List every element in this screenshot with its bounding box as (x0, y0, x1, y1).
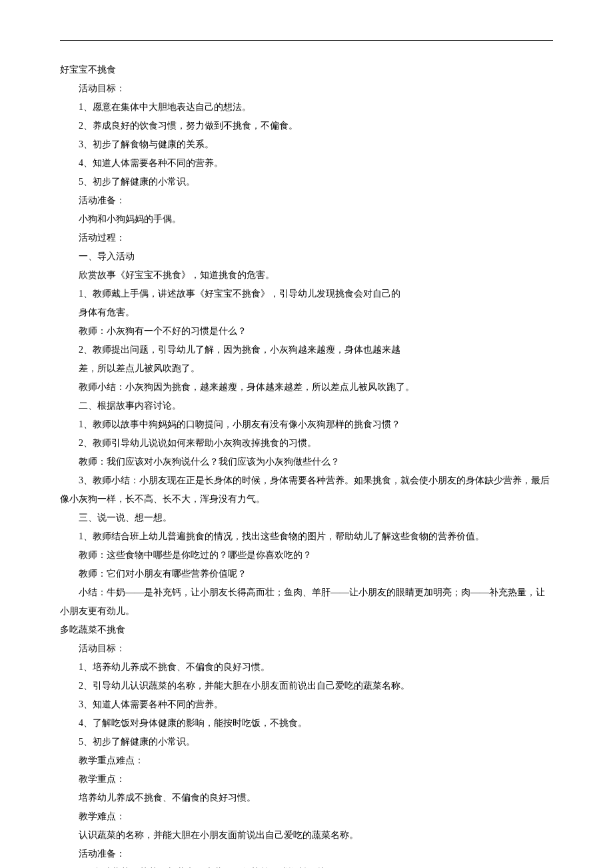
goals-label: 活动目标： (60, 639, 553, 658)
part2-item: 2、教师引导幼儿说说如何来帮助小灰狗改掉挑食的习惯。 (60, 434, 553, 453)
part3-item: 1、教师结合班上幼儿普遍挑食的情况，找出这些食物的图片，帮助幼儿了解这些食物的营… (60, 527, 553, 546)
key-label: 教学重点： (60, 770, 553, 789)
teacher-summary: 3、教师小结：小朋友现在正是长身体的时候，身体需要各种营养。如果挑食，就会使小朋… (60, 471, 553, 509)
teacher-question: 教师：我们应该对小灰狗说什么？我们应该为小灰狗做些什么？ (60, 453, 553, 471)
key-content: 培养幼儿养成不挑食、不偏食的良好习惯。 (60, 789, 553, 807)
goal-item: 4、知道人体需要各种不同的营养。 (60, 154, 553, 173)
horizontal-divider (60, 40, 553, 41)
process-label: 活动过程： (60, 229, 553, 247)
part1-title: 一、导入活动 (60, 247, 553, 266)
teacher-question: 教师：小灰狗有一个不好的习惯是什么？ (60, 322, 553, 341)
section2-title: 多吃蔬菜不挑食 (60, 621, 553, 639)
prep-item: 1、多种蔬菜（菠菜、胡萝卜、大蒜、西红柿等）或资料图片 (60, 863, 553, 868)
part2-title: 二、根据故事内容讨论。 (60, 397, 553, 415)
teacher-question: 教师：它们对小朋友有哪些营养价值呢？ (60, 565, 553, 583)
part1-item: 差，所以差点儿被风吹跑了。 (60, 359, 553, 378)
section1-title: 好宝宝不挑食 (60, 61, 553, 79)
goal-item: 4、了解吃饭对身体健康的影响，能按时吃饭，不挑食。 (60, 714, 553, 733)
diff-content: 认识蔬菜的名称，并能大胆在小朋友面前说出自己爱吃的蔬菜名称。 (60, 826, 553, 845)
teacher-question: 教师：这些食物中哪些是你吃过的？哪些是你喜欢吃的？ (60, 546, 553, 565)
summary: 小结：牛奶——是补充钙，让小朋友长得高而壮；鱼肉、羊肝——让小朋友的眼睛更加明亮… (60, 583, 553, 621)
points-label: 教学重点难点： (60, 751, 553, 770)
teacher-summary: 教师小结：小灰狗因为挑食，越来越瘦，身体越来越差，所以差点儿被风吹跑了。 (60, 378, 553, 397)
diff-label: 教学难点： (60, 807, 553, 826)
prep-label: 活动准备： (60, 191, 553, 210)
goal-item: 2、引导幼儿认识蔬菜的名称，并能大胆在小朋友面前说出自己爱吃的蔬菜名称。 (60, 677, 553, 695)
goal-item: 5、初步了解健康的小常识。 (60, 173, 553, 191)
part1-item: 身体有危害。 (60, 303, 553, 322)
goal-item: 2、养成良好的饮食习惯，努力做到不挑食，不偏食。 (60, 117, 553, 135)
goal-item: 3、知道人体需要各种不同的营养。 (60, 695, 553, 714)
part3-title: 三、说一说、想一想。 (60, 509, 553, 527)
part1-intro: 欣赏故事《好宝宝不挑食》，知道挑食的危害。 (60, 266, 553, 285)
prep-label: 活动准备： (60, 845, 553, 863)
goal-item: 1、培养幼儿养成不挑食、不偏食的良好习惯。 (60, 658, 553, 677)
part2-item: 1、教师以故事中狗妈妈的口吻提问，小朋友有没有像小灰狗那样的挑食习惯？ (60, 415, 553, 434)
prep-content: 小狗和小狗妈妈的手偶。 (60, 210, 553, 229)
goals-label: 活动目标： (60, 79, 553, 98)
goal-item: 1、愿意在集体中大胆地表达自己的想法。 (60, 98, 553, 117)
part1-item: 2、教师提出问题，引导幼儿了解，因为挑食，小灰狗越来越瘦，身体也越来越 (60, 341, 553, 359)
goal-item: 3、初步了解食物与健康的关系。 (60, 135, 553, 154)
part1-item: 1、教师戴上手偶，讲述故事《好宝宝不挑食》，引导幼儿发现挑食会对自己的 (60, 285, 553, 303)
goal-item: 5、初步了解健康的小常识。 (60, 733, 553, 751)
